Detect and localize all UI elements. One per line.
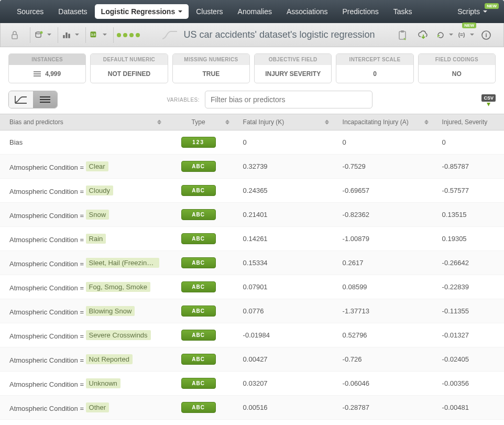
- rows-icon: [34, 71, 41, 77]
- coefficients-table: Bias and predictorsTypeFatal Injury (K)I…: [0, 114, 504, 425]
- column-header[interactable]: Type: [165, 114, 233, 130]
- view-bar: VARIABLES: CSV▾: [0, 88, 504, 114]
- svg-text:(=): (=): [458, 32, 465, 38]
- card-field-codings: FIELD CODINGSNO: [418, 53, 496, 83]
- table-row: Atmospheric Condition = Sleet, Hail (Fre…: [0, 251, 504, 275]
- nav-item-sources[interactable]: Sources: [9, 0, 51, 23]
- column-header[interactable]: Injured, Severity: [432, 114, 504, 130]
- sort-icon: [325, 118, 329, 127]
- svg-point-2: [40, 31, 43, 34]
- nav-item-datasets[interactable]: Datasets: [51, 0, 94, 23]
- nav-scripts[interactable]: Scripts NEW: [450, 7, 495, 16]
- type-badge: ABC: [181, 209, 216, 220]
- svg-text:i: i: [485, 32, 487, 38]
- column-header[interactable]: Fatal Injury (K): [233, 114, 332, 130]
- svg-rect-0: [12, 35, 17, 39]
- progress-dots-icon: [117, 26, 140, 45]
- toolbar: 3.0 US car accidents' dataset's logistic…: [0, 23, 504, 47]
- privacy-icon[interactable]: [6, 26, 24, 45]
- category-chip: Blowing Snow: [86, 306, 135, 316]
- svg-rect-4: [65, 32, 67, 38]
- table-row: Atmospheric Condition = CloudyABC0.24365…: [0, 179, 504, 203]
- svg-rect-8: [399, 31, 406, 39]
- category-chip: Cloudy: [86, 186, 113, 195]
- category-chip: Severe Crosswinds: [86, 330, 151, 340]
- resource-title: US car accidents' dataset's logistic reg…: [143, 29, 393, 40]
- chart-view-button[interactable]: [9, 91, 33, 108]
- table-row: Atmospheric Condition = UnknownABC0.0320…: [0, 372, 504, 396]
- view-toggle: [8, 91, 58, 108]
- new-badge: NEW: [485, 3, 499, 9]
- cloud-download-icon[interactable]: [414, 26, 432, 45]
- table-row: Atmospheric Condition = RainABC0.14261-1…: [0, 227, 504, 251]
- clipboard-icon[interactable]: [393, 26, 411, 45]
- type-badge: ABC: [181, 402, 216, 413]
- nav-item-tasks[interactable]: Tasks: [386, 0, 420, 23]
- table-row: Atmospheric Condition = Blowing SnowABC0…: [0, 299, 504, 323]
- category-chip: Sleet, Hail (Freezing Ra…: [86, 258, 159, 268]
- card-intercept-scale: INTERCEPT SCALE0: [336, 53, 413, 83]
- column-header[interactable]: Bias and predictors: [0, 114, 165, 130]
- category-chip: Fog, Smog, Smoke: [86, 282, 150, 292]
- type-badge: ABC: [181, 233, 216, 244]
- type-badge: ABC: [181, 378, 216, 389]
- type-badge: ABC: [181, 185, 216, 196]
- category-chip: Clear: [86, 161, 108, 171]
- refresh-icon[interactable]: [435, 26, 453, 45]
- card-instances: INSTANCES4,999: [8, 53, 86, 83]
- export-csv-button[interactable]: CSV▾: [481, 93, 496, 106]
- table-row: Atmospheric Condition = SnowABC0.21401-0…: [0, 203, 504, 227]
- histogram-icon[interactable]: [61, 26, 79, 45]
- dataset-icon[interactable]: [34, 26, 51, 45]
- card-default-numeric: DEFAULT NUMERICNOT DEFINED: [90, 53, 168, 83]
- svg-text:3.0: 3.0: [91, 32, 95, 36]
- table-view-button[interactable]: [33, 91, 57, 108]
- category-chip: Not Reported: [86, 354, 133, 364]
- type-badge: ABC: [181, 306, 216, 317]
- variables-label: VARIABLES:: [167, 97, 200, 103]
- category-chip: Rain: [86, 234, 106, 244]
- nav-item-logistic-regressions[interactable]: Logistic Regressions: [95, 4, 189, 19]
- type-badge: ABC: [181, 281, 216, 292]
- table-row: Atmospheric Condition = Not ReportedABC0…: [0, 347, 504, 372]
- nav-item-clusters[interactable]: Clusters: [189, 0, 230, 23]
- type-badge: ABC: [181, 354, 216, 365]
- svg-rect-3: [63, 35, 64, 38]
- top-nav: SourcesDatasetsLogistic RegressionsClust…: [0, 0, 504, 23]
- type-badge: ABC: [181, 330, 216, 341]
- info-cards: INSTANCES4,999DEFAULT NUMERICNOT DEFINED…: [0, 47, 504, 88]
- filter-input[interactable]: [205, 91, 372, 108]
- info-icon[interactable]: i: [477, 26, 495, 45]
- nav-item-anomalies[interactable]: Anomalies: [231, 0, 279, 23]
- sort-icon: [225, 118, 229, 127]
- new-badge: NEW: [462, 23, 476, 28]
- table-row: Atmospheric Condition = Severe Crosswind…: [0, 323, 504, 347]
- svg-rect-5: [68, 34, 70, 38]
- nav-item-predictions[interactable]: Predictions: [335, 0, 386, 23]
- card-objective-field: OBJECTIVE FIELDINJURY SEVERITY: [254, 53, 332, 83]
- category-chip: Unknown: [86, 378, 120, 388]
- lr-config-icon[interactable]: 3.0: [89, 26, 107, 45]
- category-chip: Snow: [86, 210, 109, 220]
- card-missing-numerics: MISSING NUMERICSTRUE: [172, 53, 250, 83]
- type-badge: ABC: [181, 161, 216, 172]
- table-row: Bias123000: [0, 130, 504, 155]
- svg-rect-9: [401, 30, 404, 32]
- table-row: Atmospheric Condition = Blowing Sand, So…: [0, 420, 504, 426]
- api-icon[interactable]: (=) NEW: [456, 26, 474, 45]
- table-row: Atmospheric Condition = ClearABC0.32739-…: [0, 155, 504, 179]
- type-badge: 123: [181, 137, 216, 148]
- sort-icon: [157, 118, 161, 127]
- sort-icon: [424, 118, 429, 127]
- column-header[interactable]: Incapacitating Injury (A): [332, 114, 432, 130]
- table-row: Atmospheric Condition = OtherABC0.00516-…: [0, 396, 504, 420]
- type-badge: ABC: [181, 257, 216, 268]
- nav-item-associations[interactable]: Associations: [279, 0, 335, 23]
- table-row: Atmospheric Condition = Fog, Smog, Smoke…: [0, 275, 504, 299]
- category-chip: Other: [86, 402, 109, 412]
